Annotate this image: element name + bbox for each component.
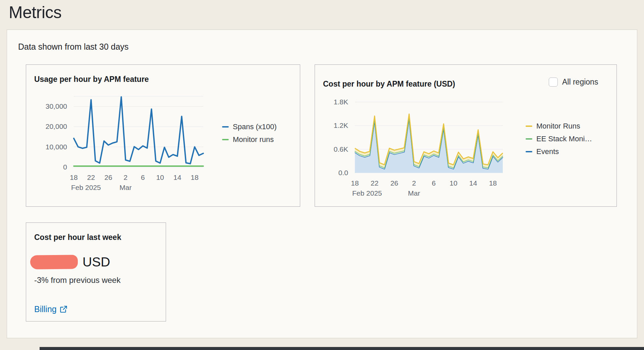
- legend-label: Spans (x100): [233, 122, 277, 131]
- svg-text:6: 6: [141, 173, 145, 181]
- usage-chart-legend: Spans (x100)Monitor runs: [222, 123, 277, 144]
- svg-text:14: 14: [469, 179, 477, 187]
- cost-chart-legend: Monitor RunsEE Stack Moni…Events: [526, 122, 592, 156]
- svg-text:0: 0: [63, 163, 67, 171]
- delta-text: -3% from previous week: [34, 276, 120, 285]
- svg-text:18: 18: [191, 173, 199, 181]
- legend-label: Monitor runs: [233, 135, 274, 144]
- svg-text:18: 18: [70, 173, 77, 181]
- svg-text:Feb 2025: Feb 2025: [352, 189, 382, 197]
- svg-text:1.8K: 1.8K: [334, 98, 348, 106]
- svg-text:22: 22: [371, 179, 378, 187]
- svg-text:0.0: 0.0: [338, 169, 348, 177]
- svg-text:2: 2: [124, 173, 128, 181]
- billing-link[interactable]: Billing: [34, 304, 67, 314]
- svg-text:26: 26: [390, 179, 398, 187]
- legend-swatch: [222, 139, 229, 140]
- svg-text:6: 6: [432, 179, 436, 187]
- bottom-bar: [40, 347, 644, 350]
- legend-item-spans-x100-[interactable]: Spans (x100): [222, 123, 277, 131]
- legend-item-ee-stack-moni-[interactable]: EE Stack Moni…: [526, 135, 592, 143]
- legend-swatch: [222, 126, 229, 128]
- svg-text:1.2K: 1.2K: [334, 121, 348, 129]
- legend-item-monitor-runs[interactable]: Monitor runs: [222, 136, 277, 144]
- svg-text:18: 18: [489, 179, 497, 187]
- legend-swatch: [526, 126, 532, 127]
- billing-link-label: Billing: [34, 304, 57, 314]
- metrics-panel: Data shown from last 30 days Usage per h…: [7, 30, 637, 338]
- svg-text:10: 10: [156, 173, 164, 181]
- legend-label: Events: [536, 147, 559, 156]
- svg-text:Mar: Mar: [408, 189, 420, 197]
- cost-chart-panel: Cost per hour by APM feature (USD) All r…: [315, 64, 617, 207]
- svg-text:22: 22: [87, 173, 95, 181]
- svg-text:26: 26: [104, 173, 112, 181]
- svg-text:2: 2: [412, 179, 416, 187]
- svg-text:30,000: 30,000: [46, 102, 67, 110]
- svg-text:10: 10: [449, 179, 457, 187]
- svg-text:14: 14: [173, 173, 181, 181]
- legend-label: Monitor Runs: [536, 122, 580, 131]
- svg-text:18: 18: [351, 179, 359, 187]
- svg-text:Feb 2025: Feb 2025: [71, 184, 101, 191]
- cost-week-title: Cost per hour last week: [34, 233, 121, 242]
- legend-item-events[interactable]: Events: [526, 148, 592, 156]
- legend-item-monitor-runs[interactable]: Monitor Runs: [526, 122, 592, 130]
- legend-label: EE Stack Moni…: [536, 135, 592, 143]
- svg-text:Mar: Mar: [119, 184, 131, 191]
- svg-text:0.6K: 0.6K: [334, 145, 348, 153]
- legend-swatch: [526, 151, 532, 152]
- redacted-cost-value: [30, 255, 78, 269]
- svg-text:20,000: 20,000: [46, 122, 67, 130]
- currency-label: USD: [83, 254, 110, 270]
- legend-swatch: [526, 138, 532, 140]
- svg-text:10,000: 10,000: [46, 143, 67, 151]
- external-link-icon: [60, 305, 67, 313]
- data-range-note: Data shown from last 30 days: [18, 42, 128, 52]
- usage-chart-panel: Usage per hour by APM feature 010,00020,…: [26, 64, 300, 207]
- cost-week-panel: Cost per hour last week USD -3% from pre…: [26, 222, 166, 321]
- page-title: Metrics: [9, 3, 62, 22]
